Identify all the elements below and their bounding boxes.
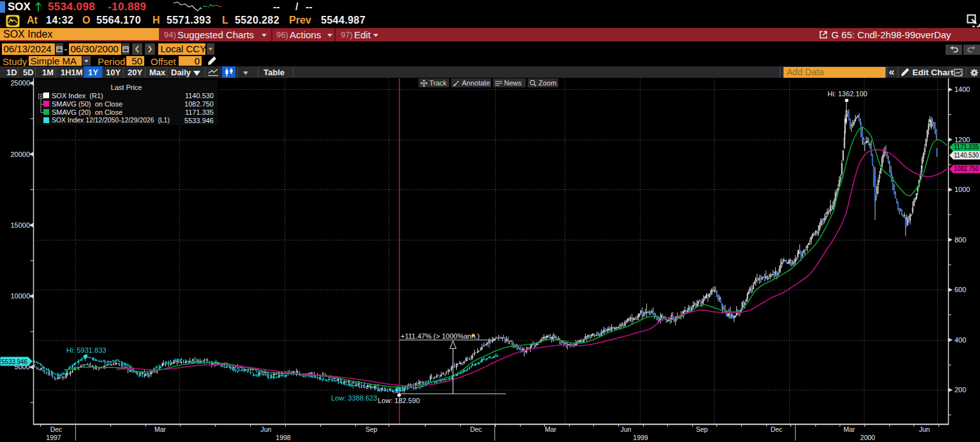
svg-text:Dec: Dec <box>50 425 63 433</box>
svg-text:25000: 25000 <box>10 79 30 87</box>
svg-text:600: 600 <box>954 286 966 293</box>
svg-text:Low: 182.590: Low: 182.590 <box>378 397 420 404</box>
svg-text:400: 400 <box>954 336 966 344</box>
svg-text:Sep: Sep <box>366 425 378 433</box>
svg-text:Sep: Sep <box>696 425 708 433</box>
svg-text:1171.335: 1171.335 <box>954 143 979 151</box>
svg-text:1082.750: 1082.750 <box>954 165 979 172</box>
svg-text:5533.946: 5533.946 <box>1 358 27 365</box>
svg-text:Low: 3388.623: Low: 3388.623 <box>331 394 377 402</box>
svg-text:1200: 1200 <box>954 136 970 144</box>
svg-text:2000: 2000 <box>860 434 875 441</box>
svg-text:200: 200 <box>954 386 966 394</box>
svg-text:10000: 10000 <box>10 292 30 300</box>
svg-text:1999: 1999 <box>633 434 648 441</box>
svg-text:1140.530: 1140.530 <box>954 151 979 159</box>
svg-text:+111.47% (> 1000%ann.): +111.47% (> 1000%ann.) <box>401 332 480 340</box>
svg-text:Mar: Mar <box>545 425 557 433</box>
svg-text:Hi: 1362.100: Hi: 1362.100 <box>828 90 867 98</box>
svg-text:800: 800 <box>954 236 966 244</box>
svg-text:15000: 15000 <box>10 221 30 229</box>
svg-text:Jun: Jun <box>621 425 632 433</box>
svg-text:Mar: Mar <box>843 425 856 433</box>
svg-text:20000: 20000 <box>10 151 30 158</box>
svg-text:Hi: 5931.833: Hi: 5931.833 <box>66 346 106 354</box>
svg-text:Jun: Jun <box>261 425 272 433</box>
svg-text:Jun: Jun <box>919 425 930 433</box>
svg-text:1000: 1000 <box>954 186 970 193</box>
svg-text:1400: 1400 <box>954 85 970 93</box>
svg-text:1998: 1998 <box>276 434 291 441</box>
svg-text:Dec: Dec <box>771 425 783 433</box>
svg-text:1997: 1997 <box>46 434 61 441</box>
svg-text:Mar: Mar <box>154 425 167 433</box>
svg-text:Dec: Dec <box>470 425 482 433</box>
